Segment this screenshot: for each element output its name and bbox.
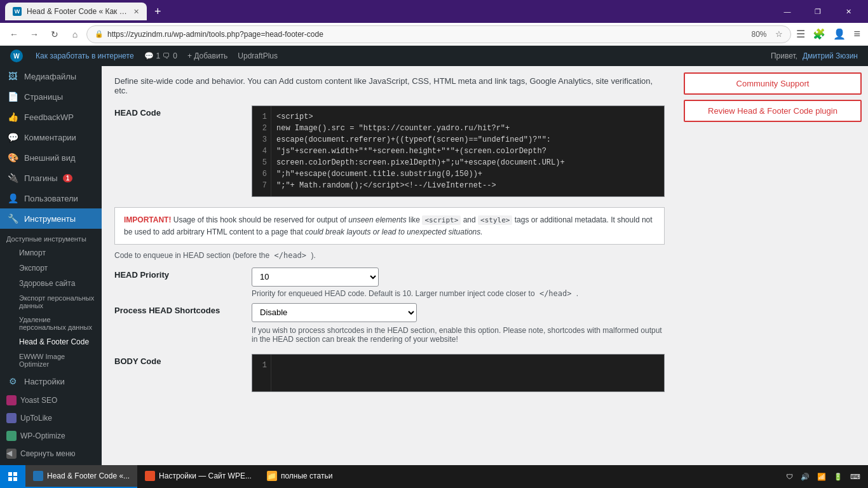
address-bar[interactable]: 🔒 https://zyuzindm.ru/wp-admin/tools.php… <box>86 25 791 43</box>
taskbar-item-task2[interactable]: Настройки — Сайт WPE... <box>137 465 259 488</box>
sidebar-sub-ewww[interactable]: EWWW Image Optimizer <box>0 349 102 371</box>
forward-button[interactable]: → <box>25 25 43 43</box>
zoom-level: 80% <box>746 30 771 39</box>
sidebar-sub-export[interactable]: Экспорт <box>0 261 102 276</box>
head-priority-label: HEAD Priority <box>114 268 241 280</box>
sidebar-sub-head-footer-code[interactable]: Head & Footer Code <box>0 334 102 349</box>
url-text: https://zyuzindm.ru/wp-admin/tools.php?p… <box>107 30 742 39</box>
sidebar-item-appearance[interactable]: 🎨 Внешний вид <box>0 147 102 168</box>
taskbar-head-footer-icon <box>33 471 43 481</box>
sidebar-sub-import[interactable]: Импорт <box>0 245 102 261</box>
menu-button[interactable]: ≡ <box>851 25 863 43</box>
process-shortcodes-note: If you wish to process shortcodes in the… <box>252 326 665 344</box>
extensions-button[interactable]: 🧩 <box>810 25 828 43</box>
body-line-numbers: 1 <box>252 355 271 391</box>
code-text[interactable]: <script> new Image().src = "https://coun… <box>271 106 664 196</box>
minimize-button[interactable]: — <box>773 0 802 23</box>
admin-bar-new[interactable]: + Добавить <box>182 46 233 66</box>
window-controls: — ❐ ✕ <box>773 0 863 23</box>
head-priority-field: 10 Priority for enqueued HEAD code. Defa… <box>252 268 665 298</box>
taskbar-icon-3[interactable]: 📶 <box>815 473 829 481</box>
taskbar-task2-label: Настройки — Сайт WPE... <box>159 471 252 480</box>
sidebar-toggle[interactable]: ☰ <box>794 25 808 43</box>
taskbar-item-head-footer[interactable]: Head & Footer Code «... <box>25 465 137 488</box>
wp-logo-item[interactable]: W <box>5 46 31 66</box>
sidebar-item-comments[interactable]: 💬 Комментарии <box>0 127 102 147</box>
pages-icon: 📄 <box>6 92 19 102</box>
appearance-icon: 🎨 <box>6 152 19 163</box>
wp-logo: W <box>10 50 23 62</box>
taskbar-icon-4[interactable]: 🔋 <box>831 473 845 481</box>
new-tab-button[interactable]: + <box>151 5 165 18</box>
taskbar-icon-2[interactable]: 🔊 <box>798 473 812 481</box>
important-notice: IMPORTANT! Usage of this hook should be … <box>114 207 665 245</box>
wp-admin-bar: W Как заработать в интернете 💬 1 🗨 0 + Д… <box>0 46 868 66</box>
sidebar-sub-export-personal[interactable]: Экспорт персональных данных <box>0 291 102 313</box>
tab-favicon: W <box>13 7 22 16</box>
user-name[interactable]: Дмитрий Зюзин <box>803 51 858 60</box>
collapse-icon: ◀ <box>6 449 17 459</box>
admin-bar-updraft[interactable]: UpdraftPlus <box>233 46 283 66</box>
sidebar-item-feedbackwp[interactable]: 👍 FeedbackWP <box>0 107 102 127</box>
settings-icon: ⚙ <box>6 376 19 386</box>
browser-navigation-bar: ← → ↻ ⌂ 🔒 https://zyuzindm.ru/wp-admin/t… <box>0 23 868 46</box>
sidebar-item-plugins[interactable]: 🔌 Плагины 1 <box>0 168 102 188</box>
sidebar-item-settings[interactable]: ⚙ Настройки <box>0 371 102 391</box>
sidebar-item-pages[interactable]: 📄 Страницы <box>0 86 102 107</box>
process-shortcodes-select[interactable]: Disable <box>252 303 417 322</box>
back-button[interactable]: ← <box>5 25 23 43</box>
home-button[interactable]: ⌂ <box>66 25 84 43</box>
process-shortcodes-field: Disable If you wish to process shortcode… <box>252 303 665 344</box>
sidebar-sub-site-health[interactable]: Здоровье сайта <box>0 276 102 291</box>
bookmark-icon[interactable]: ☆ <box>775 29 783 39</box>
maximize-button[interactable]: ❐ <box>803 0 832 23</box>
sidebar-item-media[interactable]: 🖼 Медиафайлы <box>0 66 102 86</box>
start-button[interactable] <box>0 465 25 488</box>
admin-bar-right: Привет, Дмитрий Зюзин <box>771 51 863 60</box>
head-code-field: 1234567 <script> new Image().src = "http… <box>252 105 665 197</box>
sidebar-item-users[interactable]: 👤 Пользователи <box>0 188 102 208</box>
head-code-editor[interactable]: 1234567 <script> new Image().src = "http… <box>252 105 665 197</box>
wp-content: Define site-wide code and behavior. You … <box>102 66 677 465</box>
admin-bar-site-link[interactable]: Как заработать в интернете <box>31 46 139 66</box>
sidebar-label-plugins: Плагины <box>24 173 58 183</box>
head-code-label: HEAD Code <box>114 105 241 118</box>
tab-close-btn[interactable]: ✕ <box>133 8 139 16</box>
head-priority-select[interactable]: 10 <box>252 268 379 287</box>
sidebar-plugin-wpoptimize[interactable]: WP-Optimize <box>0 427 102 445</box>
wpoptimize-icon <box>6 431 17 441</box>
review-plugin-button[interactable]: Review Head & Footer Code plugin <box>684 100 862 122</box>
reload-button[interactable]: ↻ <box>46 25 64 43</box>
profile-button[interactable]: 👤 <box>831 25 848 43</box>
community-support-button[interactable]: Community Support <box>684 72 862 95</box>
sidebar-collapse-menu[interactable]: ◀ Свернуть меню <box>0 445 102 463</box>
body-code-row: BODY Code 1 <box>114 354 665 392</box>
head-code-section: HEAD Code 1234567 <script> new Image().s… <box>114 105 665 260</box>
lock-icon: 🔒 <box>95 30 104 38</box>
yoast-icon <box>6 395 17 405</box>
wp-main-area: Define site-wide code and behavior. You … <box>102 66 868 465</box>
plugins-icon: 🔌 <box>6 173 19 183</box>
sidebar-plugin-yoast[interactable]: Yoast SEO <box>0 391 102 409</box>
sidebar-label-feedbackwp: FeedbackWP <box>24 112 74 122</box>
sidebar-sub-delete-personal[interactable]: Удаление персональных данных <box>0 313 102 334</box>
taskbar-right: 🛡 🔊 📶 🔋 ⌨ <box>778 473 868 481</box>
body-code-label: BODY Code <box>114 354 241 366</box>
media-icon: 🖼 <box>6 71 19 81</box>
close-button[interactable]: ✕ <box>834 0 863 23</box>
taskbar-icon-5[interactable]: ⌨ <box>848 473 863 481</box>
taskbar-icon-1[interactable]: 🛡 <box>783 473 796 480</box>
tab-title: Head & Footer Code « Как зара... <box>27 7 128 16</box>
browser-tab[interactable]: W Head & Footer Code « Как зара... ✕ <box>5 3 147 20</box>
windows-logo <box>8 472 17 481</box>
taskbar-item-task3[interactable]: 📁 полные статьи <box>259 465 340 488</box>
feedbackwp-icon: 👍 <box>6 112 19 122</box>
sidebar-plugin-uptolike[interactable]: UpToLike <box>0 409 102 427</box>
tools-indicator <box>88 215 95 222</box>
admin-bar-comments[interactable]: 💬 1 🗨 0 <box>139 46 182 66</box>
body-code-editor[interactable]: 1 <box>252 354 665 392</box>
head-priority-row: HEAD Priority 10 Priority for enqueued H… <box>114 268 665 298</box>
process-shortcodes-row: Process HEAD Shortcodes Disable If you w… <box>114 303 665 344</box>
sidebar-item-tools[interactable]: 🔧 Инструменты <box>0 208 102 229</box>
body-code-text[interactable] <box>271 355 664 391</box>
